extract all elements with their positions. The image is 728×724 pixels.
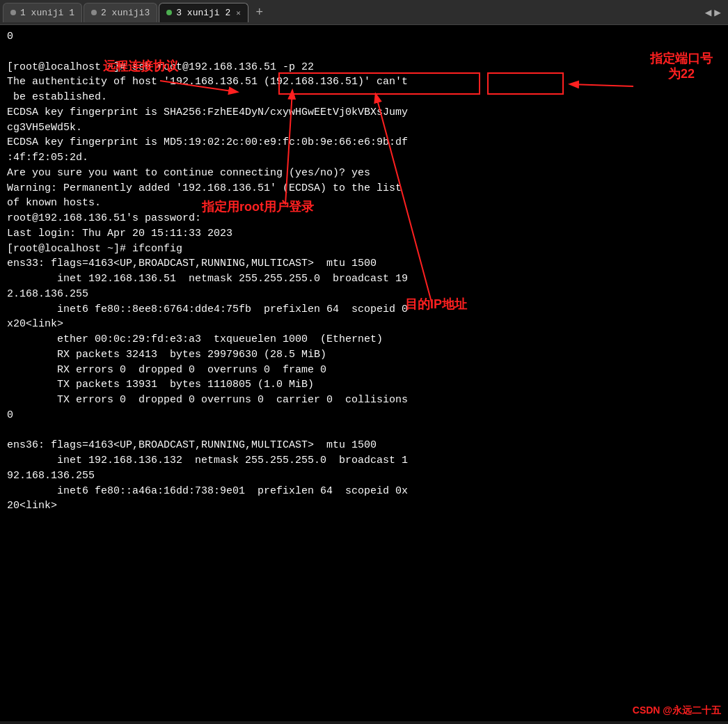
tab-bar: 1 xuniji 1 2 xuniji3 3 xuniji 2 ✕ + ◀ ▶ — [0, 0, 728, 25]
terminal-area[interactable]: 0 [root@localhost ~]# ssh root@192.168.1… — [0, 25, 728, 721]
tab-2[interactable]: 2 xuniji3 — [84, 3, 157, 22]
tab-3[interactable]: 3 xuniji 2 ✕ — [159, 3, 248, 22]
tab-next-icon[interactable]: ▶ — [714, 6, 721, 19]
tab-prev-icon[interactable]: ◀ — [705, 6, 712, 19]
tab-2-dot — [91, 10, 97, 15]
tab-3-dot — [166, 10, 172, 15]
tab-3-label: 3 xuniji 2 — [176, 8, 230, 18]
watermark: CSDN @永远二十五 — [633, 703, 721, 717]
tab-nav: ◀ ▶ — [705, 6, 725, 19]
tab-1[interactable]: 1 xuniji 1 — [3, 3, 82, 22]
tab-1-label: 1 xuniji 1 — [20, 8, 74, 18]
terminal-content: 0 [root@localhost ~]# ssh root@192.168.1… — [7, 29, 721, 514]
tab-1-dot — [10, 10, 16, 15]
tab-2-label: 2 xuniji3 — [101, 8, 150, 18]
tab-add-button[interactable]: + — [250, 3, 269, 22]
tab-3-close[interactable]: ✕ — [236, 8, 241, 17]
